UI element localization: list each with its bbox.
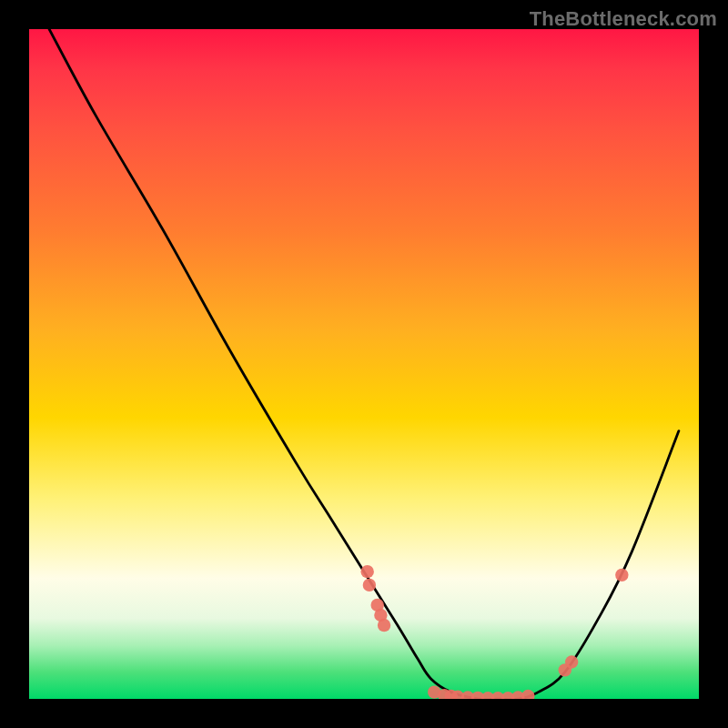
data-marker xyxy=(363,579,376,592)
watermark-text: TheBottleneck.com xyxy=(530,7,717,31)
data-marker xyxy=(565,655,578,668)
chart-svg xyxy=(29,29,699,699)
data-marker xyxy=(360,565,373,578)
bottleneck-curve xyxy=(49,29,679,699)
data-marker xyxy=(615,569,628,581)
plot-area xyxy=(29,29,699,699)
data-marker xyxy=(521,690,534,699)
data-marker xyxy=(378,619,390,632)
chart-container: TheBottleneck.com xyxy=(0,0,728,728)
